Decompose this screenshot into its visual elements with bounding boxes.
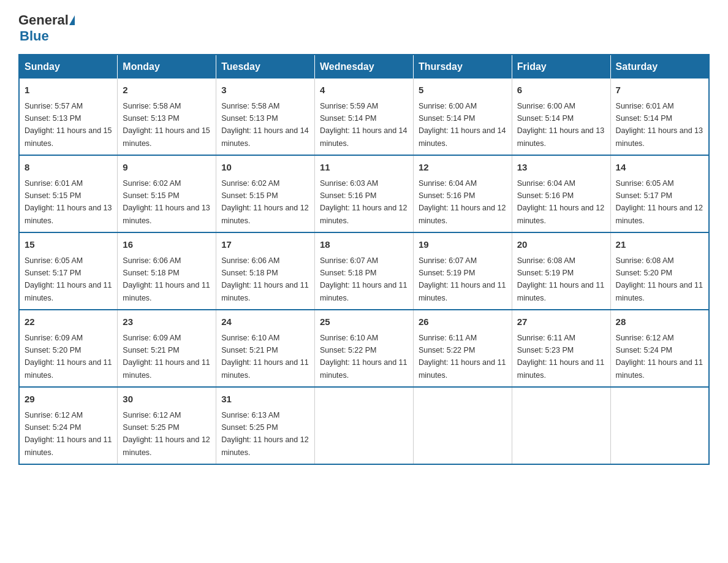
day-info: Sunrise: 6:13 AMSunset: 5:25 PMDaylight:… bbox=[221, 411, 308, 457]
day-number: 21 bbox=[616, 238, 703, 252]
day-number: 6 bbox=[517, 83, 605, 98]
day-info: Sunrise: 6:10 AMSunset: 5:22 PMDaylight:… bbox=[320, 334, 407, 380]
calendar-cell: 28 Sunrise: 6:12 AMSunset: 5:24 PMDaylig… bbox=[610, 310, 709, 387]
day-info: Sunrise: 6:00 AMSunset: 5:14 PMDaylight:… bbox=[419, 102, 506, 148]
day-number: 5 bbox=[419, 83, 507, 98]
calendar-cell bbox=[315, 387, 414, 464]
calendar-cell: 13 Sunrise: 6:04 AMSunset: 5:16 PMDaylig… bbox=[512, 155, 610, 232]
logo-general-part: General bbox=[18, 12, 69, 28]
day-number: 22 bbox=[25, 315, 112, 329]
day-info: Sunrise: 5:58 AMSunset: 5:13 PMDaylight:… bbox=[221, 102, 308, 148]
day-info: Sunrise: 6:06 AMSunset: 5:18 PMDaylight:… bbox=[123, 256, 210, 302]
day-number: 14 bbox=[616, 161, 703, 175]
day-number: 4 bbox=[320, 83, 408, 98]
calendar-cell: 7 Sunrise: 6:01 AMSunset: 5:14 PMDayligh… bbox=[610, 79, 709, 155]
day-number: 9 bbox=[123, 161, 211, 175]
page-header: General Blue bbox=[18, 12, 710, 44]
day-info: Sunrise: 6:07 AMSunset: 5:18 PMDaylight:… bbox=[320, 256, 407, 302]
day-number: 27 bbox=[517, 315, 605, 329]
day-info: Sunrise: 6:01 AMSunset: 5:14 PMDaylight:… bbox=[616, 102, 703, 148]
day-number: 31 bbox=[221, 393, 309, 407]
calendar-cell: 22 Sunrise: 6:09 AMSunset: 5:20 PMDaylig… bbox=[19, 310, 118, 387]
day-info: Sunrise: 6:12 AMSunset: 5:24 PMDaylight:… bbox=[616, 334, 703, 380]
day-number: 19 bbox=[419, 238, 507, 252]
day-number: 8 bbox=[25, 161, 112, 175]
day-number: 28 bbox=[616, 315, 703, 329]
weekday-header-sunday: Sunday bbox=[19, 55, 118, 79]
calendar-week-row: 1 Sunrise: 5:57 AMSunset: 5:13 PMDayligh… bbox=[19, 79, 709, 155]
day-info: Sunrise: 6:02 AMSunset: 5:15 PMDaylight:… bbox=[221, 179, 308, 225]
day-number: 10 bbox=[221, 161, 309, 175]
day-number: 23 bbox=[123, 315, 211, 329]
day-info: Sunrise: 6:01 AMSunset: 5:15 PMDaylight:… bbox=[25, 179, 112, 225]
day-info: Sunrise: 6:09 AMSunset: 5:20 PMDaylight:… bbox=[25, 334, 112, 380]
calendar-cell: 11 Sunrise: 6:03 AMSunset: 5:16 PMDaylig… bbox=[315, 155, 414, 232]
calendar-cell: 3 Sunrise: 5:58 AMSunset: 5:13 PMDayligh… bbox=[216, 79, 315, 155]
calendar-cell: 9 Sunrise: 6:02 AMSunset: 5:15 PMDayligh… bbox=[118, 155, 216, 232]
day-info: Sunrise: 6:10 AMSunset: 5:21 PMDaylight:… bbox=[221, 334, 308, 380]
day-info: Sunrise: 6:04 AMSunset: 5:16 PMDaylight:… bbox=[517, 179, 604, 225]
logo: General Blue bbox=[18, 12, 75, 44]
day-info: Sunrise: 6:12 AMSunset: 5:24 PMDaylight:… bbox=[25, 411, 112, 457]
weekday-header-wednesday: Wednesday bbox=[315, 55, 414, 79]
calendar-cell: 24 Sunrise: 6:10 AMSunset: 5:21 PMDaylig… bbox=[216, 310, 315, 387]
calendar-cell: 10 Sunrise: 6:02 AMSunset: 5:15 PMDaylig… bbox=[216, 155, 315, 232]
day-info: Sunrise: 6:05 AMSunset: 5:17 PMDaylight:… bbox=[616, 179, 703, 225]
calendar-cell: 31 Sunrise: 6:13 AMSunset: 5:25 PMDaylig… bbox=[216, 387, 315, 464]
day-number: 2 bbox=[123, 83, 211, 98]
weekday-header-friday: Friday bbox=[512, 55, 610, 79]
calendar-week-row: 29 Sunrise: 6:12 AMSunset: 5:24 PMDaylig… bbox=[19, 387, 709, 464]
day-number: 7 bbox=[616, 83, 703, 98]
calendar-cell: 21 Sunrise: 6:08 AMSunset: 5:20 PMDaylig… bbox=[610, 232, 709, 310]
day-number: 3 bbox=[221, 83, 309, 98]
calendar-cell bbox=[512, 387, 610, 464]
day-info: Sunrise: 6:11 AMSunset: 5:22 PMDaylight:… bbox=[419, 334, 506, 380]
calendar-cell: 25 Sunrise: 6:10 AMSunset: 5:22 PMDaylig… bbox=[315, 310, 414, 387]
day-info: Sunrise: 6:08 AMSunset: 5:19 PMDaylight:… bbox=[517, 256, 604, 302]
day-number: 29 bbox=[25, 393, 112, 407]
calendar-cell: 18 Sunrise: 6:07 AMSunset: 5:18 PMDaylig… bbox=[315, 232, 414, 310]
day-info: Sunrise: 6:04 AMSunset: 5:16 PMDaylight:… bbox=[419, 179, 506, 225]
calendar-cell: 4 Sunrise: 5:59 AMSunset: 5:14 PMDayligh… bbox=[315, 79, 414, 155]
calendar-cell: 23 Sunrise: 6:09 AMSunset: 5:21 PMDaylig… bbox=[118, 310, 216, 387]
calendar-cell: 20 Sunrise: 6:08 AMSunset: 5:19 PMDaylig… bbox=[512, 232, 610, 310]
weekday-header-row: SundayMondayTuesdayWednesdayThursdayFrid… bbox=[19, 55, 709, 79]
calendar-week-row: 22 Sunrise: 6:09 AMSunset: 5:20 PMDaylig… bbox=[19, 310, 709, 387]
calendar-week-row: 8 Sunrise: 6:01 AMSunset: 5:15 PMDayligh… bbox=[19, 155, 709, 232]
calendar-cell: 15 Sunrise: 6:05 AMSunset: 5:17 PMDaylig… bbox=[19, 232, 118, 310]
day-number: 15 bbox=[25, 238, 112, 252]
day-info: Sunrise: 5:57 AMSunset: 5:13 PMDaylight:… bbox=[25, 102, 112, 148]
day-number: 20 bbox=[517, 238, 605, 252]
day-number: 11 bbox=[320, 161, 408, 175]
day-info: Sunrise: 6:07 AMSunset: 5:19 PMDaylight:… bbox=[419, 256, 506, 302]
calendar-cell bbox=[610, 387, 709, 464]
calendar-cell: 12 Sunrise: 6:04 AMSunset: 5:16 PMDaylig… bbox=[413, 155, 512, 232]
day-info: Sunrise: 5:59 AMSunset: 5:14 PMDaylight:… bbox=[320, 102, 407, 148]
day-number: 1 bbox=[25, 83, 112, 98]
calendar-week-row: 15 Sunrise: 6:05 AMSunset: 5:17 PMDaylig… bbox=[19, 232, 709, 310]
day-info: Sunrise: 6:08 AMSunset: 5:20 PMDaylight:… bbox=[616, 256, 703, 302]
day-info: Sunrise: 6:06 AMSunset: 5:18 PMDaylight:… bbox=[221, 256, 308, 302]
calendar-cell: 6 Sunrise: 6:00 AMSunset: 5:14 PMDayligh… bbox=[512, 79, 610, 155]
calendar-cell: 5 Sunrise: 6:00 AMSunset: 5:14 PMDayligh… bbox=[413, 79, 512, 155]
calendar-cell: 27 Sunrise: 6:11 AMSunset: 5:23 PMDaylig… bbox=[512, 310, 610, 387]
calendar-cell: 30 Sunrise: 6:12 AMSunset: 5:25 PMDaylig… bbox=[118, 387, 216, 464]
day-number: 25 bbox=[320, 315, 408, 329]
weekday-header-thursday: Thursday bbox=[413, 55, 512, 79]
day-info: Sunrise: 6:02 AMSunset: 5:15 PMDaylight:… bbox=[123, 179, 210, 225]
calendar-cell: 17 Sunrise: 6:06 AMSunset: 5:18 PMDaylig… bbox=[216, 232, 315, 310]
logo-arrow-icon bbox=[69, 15, 75, 25]
weekday-header-tuesday: Tuesday bbox=[216, 55, 315, 79]
calendar-cell: 16 Sunrise: 6:06 AMSunset: 5:18 PMDaylig… bbox=[118, 232, 216, 310]
calendar-cell: 8 Sunrise: 6:01 AMSunset: 5:15 PMDayligh… bbox=[19, 155, 118, 232]
day-number: 26 bbox=[419, 315, 507, 329]
day-info: Sunrise: 6:03 AMSunset: 5:16 PMDaylight:… bbox=[320, 179, 407, 225]
day-info: Sunrise: 6:12 AMSunset: 5:25 PMDaylight:… bbox=[123, 411, 210, 457]
day-number: 18 bbox=[320, 238, 408, 252]
calendar-cell bbox=[413, 387, 512, 464]
day-info: Sunrise: 6:00 AMSunset: 5:14 PMDaylight:… bbox=[517, 102, 604, 148]
day-number: 13 bbox=[517, 161, 605, 175]
calendar-table: SundayMondayTuesdayWednesdayThursdayFrid… bbox=[18, 54, 710, 465]
day-info: Sunrise: 6:05 AMSunset: 5:17 PMDaylight:… bbox=[25, 256, 112, 302]
calendar-cell: 14 Sunrise: 6:05 AMSunset: 5:17 PMDaylig… bbox=[610, 155, 709, 232]
